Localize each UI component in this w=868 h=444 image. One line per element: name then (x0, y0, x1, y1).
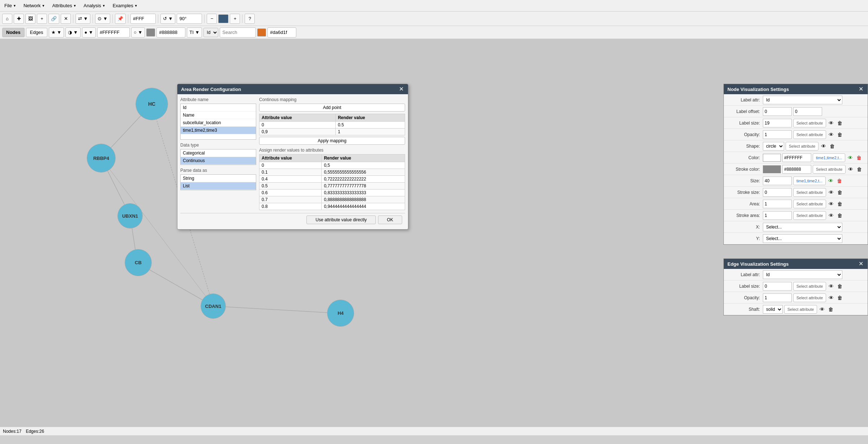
toolbar-zoom-plus-btn[interactable]: + (230, 14, 240, 24)
evs-shaft-del-btn[interactable]: 🗑 (827, 306, 834, 312)
nvs-area-input[interactable] (763, 200, 792, 208)
nvs-shape-select[interactable]: circle (763, 142, 784, 151)
evs-shaft-attr-btn[interactable]: Select attribute (784, 305, 817, 314)
nvs-label-size-del-btn[interactable]: 🗑 (836, 120, 843, 126)
attr-name[interactable]: Name (181, 112, 256, 119)
nvs-close-btn[interactable]: ✕ (858, 86, 864, 92)
color-input[interactable]: #FFF (130, 14, 156, 24)
nvs-opacity-del-btn[interactable]: 🗑 (836, 132, 843, 138)
id-select[interactable]: Id (203, 28, 218, 37)
nvs-label-size-eye-btn[interactable]: 👁 (828, 120, 835, 126)
stroke-swatch[interactable] (146, 29, 155, 36)
nvs-color-del-btn[interactable]: 🗑 (855, 155, 863, 161)
nvs-label-size-input[interactable] (763, 119, 792, 127)
evs-label-size-input[interactable] (763, 282, 792, 291)
node-CB[interactable]: CB (125, 249, 152, 276)
nvs-label-attr-select[interactable]: Id (763, 96, 842, 104)
nvs-size-eye-btn[interactable]: 👁 (827, 178, 834, 184)
nvs-stroke-area-del-btn[interactable]: 🗑 (836, 213, 843, 218)
accent-color-input[interactable]: #da6d1f (267, 27, 296, 38)
nvs-offset-y[interactable] (793, 107, 822, 116)
toolbar-pin-btn[interactable]: 📌 (115, 14, 126, 24)
contrast-btn[interactable]: ◑ ▼ (65, 27, 80, 38)
node-UBXN1[interactable]: UBXN1 (117, 203, 143, 228)
parse-list[interactable]: List (181, 182, 256, 190)
menu-attributes[interactable]: Attributes ▼ (50, 2, 78, 9)
nvs-opacity-input[interactable] (763, 130, 792, 139)
nvs-stroke-area-input[interactable] (763, 211, 792, 220)
nvs-stroke-hex[interactable] (782, 165, 811, 174)
nvs-opacity-eye-btn[interactable]: 👁 (828, 132, 835, 138)
use-attr-btn[interactable]: Use attribute value directly (306, 216, 375, 224)
edges-tab[interactable]: Edges (26, 28, 47, 37)
evs-shaft-eye-btn[interactable]: 👁 (818, 306, 826, 312)
search-input[interactable] (220, 27, 256, 38)
nvs-stroke-size-select-btn[interactable]: Select attribute (793, 188, 826, 197)
attr-subloc[interactable]: subcellular_location (181, 119, 256, 127)
nvs-label-size-select-btn[interactable]: Select attribute (793, 119, 826, 127)
circle-btn[interactable]: ● ▼ (82, 27, 96, 38)
evs-opacity-select-btn[interactable]: Select attribute (793, 293, 826, 302)
nvs-stroke-size-del-btn[interactable]: 🗑 (836, 190, 843, 195)
add-point-btn[interactable]: Add point (259, 104, 405, 112)
node-CDAN1[interactable]: CDAN1 (201, 293, 226, 319)
stroke-color-input[interactable]: #888888 (156, 27, 185, 38)
ok-btn[interactable]: OK (378, 216, 402, 224)
nvs-color-mapped-btn[interactable]: time1,time2,t... (813, 153, 845, 162)
star-select-btn[interactable]: ★ ▼ (49, 27, 64, 38)
evs-opacity-input[interactable] (763, 293, 792, 302)
menu-network[interactable]: Network ▼ (21, 2, 47, 9)
nvs-size-del-btn[interactable]: 🗑 (836, 178, 843, 184)
evs-opacity-del-btn[interactable]: 🗑 (836, 295, 843, 301)
nvs-color-eye-btn[interactable]: 👁 (847, 155, 854, 161)
evs-label-size-del-btn[interactable]: 🗑 (836, 283, 843, 289)
nvs-offset-x[interactable] (763, 107, 792, 116)
nvs-color-hex[interactable] (782, 153, 811, 162)
apply-mapping-btn[interactable]: Apply mapping (259, 137, 405, 145)
toolbar-refresh-btn[interactable]: ↺ ▼ (160, 14, 175, 24)
nvs-x-select[interactable]: Select... (763, 223, 842, 231)
nvs-stroke-swatch[interactable] (763, 165, 781, 173)
evs-label-size-eye-btn[interactable]: 👁 (828, 283, 835, 289)
shape-select-btn[interactable]: ○ ▼ (131, 27, 145, 38)
toolbar-add-btn[interactable]: ✚ (14, 14, 24, 24)
toolbar-image-btn[interactable]: 🖼 (25, 14, 35, 24)
menu-file[interactable]: File ▼ (2, 2, 18, 9)
type-continuous[interactable]: Continuous (181, 157, 256, 165)
nvs-size-mapped-btn[interactable]: time1,time2,t... (793, 177, 826, 185)
nvs-stroke-select-btn[interactable]: Select attribute (813, 165, 846, 174)
node-HC[interactable]: HC (136, 88, 168, 120)
text-size-btn[interactable]: TI ▼ (187, 27, 202, 38)
color-swatch[interactable] (218, 14, 228, 23)
nvs-area-select-btn[interactable]: Select attribute (793, 200, 826, 208)
nvs-stroke-area-select-btn[interactable]: Select attribute (793, 211, 826, 220)
toolbar-target-btn[interactable]: ⊙ ▼ (95, 14, 110, 24)
toolbar-close-btn[interactable]: ✕ (61, 14, 71, 24)
rotation-input[interactable]: 90° (177, 14, 202, 24)
nvs-stroke-eye-btn[interactable]: 👁 (847, 166, 854, 172)
node-H4[interactable]: H4 (327, 300, 354, 327)
evs-shaft-select[interactable]: solid (763, 305, 783, 314)
evs-close-btn[interactable]: ✕ (858, 261, 864, 267)
nvs-area-del-btn[interactable]: 🗑 (836, 201, 843, 207)
nvs-stroke-area-eye-btn[interactable]: 👁 (828, 213, 835, 218)
menu-examples[interactable]: Examples ▼ (111, 2, 140, 9)
nvs-stroke-size-input[interactable] (763, 188, 792, 197)
arc-dialog-close[interactable]: ✕ (398, 86, 404, 92)
accent-swatch[interactable] (257, 29, 266, 36)
nvs-area-eye-btn[interactable]: 👁 (828, 201, 835, 207)
node-RBBP4[interactable]: RBBP4 (87, 144, 116, 173)
toolbar-minus-btn[interactable]: − (207, 14, 217, 24)
toolbar-link-btn[interactable]: 🔗 (48, 14, 59, 24)
evs-opacity-eye-btn[interactable]: 👁 (828, 295, 835, 301)
nvs-stroke-size-eye-btn[interactable]: 👁 (828, 190, 835, 195)
nvs-shape-del-btn[interactable]: 🗑 (829, 143, 836, 149)
parse-string[interactable]: String (181, 175, 256, 182)
nvs-opacity-select-btn[interactable]: Select attribute (793, 130, 826, 139)
toolbar-plus-btn[interactable]: + (37, 14, 47, 24)
nvs-stroke-del-btn[interactable]: 🗑 (856, 166, 863, 172)
attr-id[interactable]: Id (181, 104, 256, 112)
type-categorical[interactable]: Categorical (181, 149, 256, 157)
nvs-size-input[interactable] (763, 177, 792, 185)
toolbar-home-btn[interactable]: ⌂ (2, 14, 12, 24)
